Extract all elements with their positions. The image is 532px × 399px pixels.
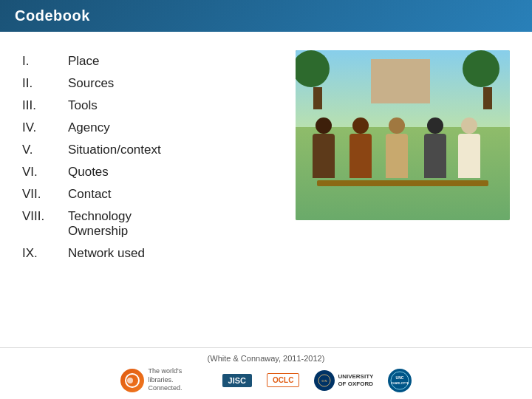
list-numeral-7: VII.: [22, 187, 59, 202]
person-2: [349, 134, 372, 178]
list-label-9: Network used: [68, 246, 145, 261]
codebook-list: I. Place II. Sources III. Tools IV. Agen…: [22, 47, 281, 268]
person-3: [386, 134, 408, 178]
list-label-8: TechnologyOwnership: [68, 209, 132, 239]
person-head: [352, 117, 369, 134]
oxford-seal: OX: [314, 370, 335, 391]
list-item: IV. Agency: [22, 120, 281, 135]
footer-logos: The world's libraries. Connected. JISC O…: [120, 367, 412, 393]
list-item: III. Tools: [22, 98, 281, 113]
person-4: [424, 134, 446, 178]
svg-text:OX: OX: [322, 379, 328, 383]
jisc-badge: JISC: [222, 374, 252, 387]
photo-section: [296, 50, 510, 220]
list-item: VII. Contact: [22, 187, 281, 202]
header: Codebook: [0, 0, 532, 32]
oclc-icon: [120, 369, 144, 392]
svg-point-5: [389, 369, 411, 392]
person-1: [313, 134, 335, 178]
list-item: IX. Network used: [22, 246, 281, 261]
person-head: [389, 117, 405, 134]
list-numeral-3: III.: [22, 98, 59, 113]
list-label-1: Place: [68, 54, 100, 69]
list-numeral-5: V.: [22, 143, 59, 157]
oclc-logo: The world's libraries. Connected.: [120, 367, 208, 393]
tree-trunk: [483, 87, 492, 109]
building: [371, 59, 430, 103]
list-numeral-4: IV.: [22, 120, 59, 135]
oclc-badge: OCLC: [267, 373, 299, 387]
tree-right: [477, 50, 499, 109]
footer: (White & Connaway, 2011-2012) The world'…: [0, 347, 532, 399]
page-title: Codebook: [15, 7, 90, 24]
list-item: V. Situation/context: [22, 143, 281, 157]
list-numeral-9: IX.: [22, 246, 59, 261]
svg-text:CHARLOTTE: CHARLOTTE: [391, 381, 409, 385]
list-numeral-1: I.: [22, 54, 59, 69]
tree-left: [307, 50, 330, 109]
unc-logo: UNC CHARLOTTE: [388, 369, 412, 392]
list-item: II. Sources: [22, 76, 281, 91]
person-head: [427, 117, 443, 134]
tree-trunk: [313, 87, 322, 109]
list-label-2: Sources: [68, 76, 114, 91]
person-body: [458, 134, 480, 178]
list-label-3: Tools: [68, 98, 98, 113]
list-label-5: Situation/context: [68, 143, 161, 157]
svg-text:UNC: UNC: [396, 375, 404, 380]
person-head: [461, 117, 477, 134]
list-numeral-8: VIII.: [22, 209, 59, 224]
main-content: I. Place II. Sources III. Tools IV. Agen…: [0, 32, 532, 347]
photo-scene: [296, 50, 510, 220]
svg-point-1: [127, 378, 133, 383]
person-head: [316, 117, 332, 134]
list-numeral-2: II.: [22, 76, 59, 91]
tree-top: [296, 50, 330, 87]
person-5: [458, 134, 480, 178]
oclc-tagline: The world's libraries. Connected.: [149, 367, 208, 393]
list-item: VI. Quotes: [22, 165, 281, 180]
tree-top: [463, 50, 499, 87]
person-body: [424, 134, 446, 178]
citation-text: (White & Connaway, 2011-2012): [208, 354, 325, 363]
list-label-4: Agency: [68, 120, 110, 135]
unc-seal: UNC CHARLOTTE: [388, 369, 412, 392]
list-item: I. Place: [22, 54, 281, 69]
list-numeral-6: VI.: [22, 165, 59, 180]
group-photo: [296, 50, 510, 220]
list-item: VIII. TechnologyOwnership: [22, 209, 281, 239]
person-body: [386, 134, 408, 178]
bench: [317, 180, 488, 186]
oxford-logo: OX UNIVERSITYOF OXFORD: [314, 370, 373, 391]
list-label-6: Quotes: [68, 165, 109, 180]
list-label-7: Contact: [68, 187, 112, 202]
person-body: [313, 134, 335, 178]
oxford-text: UNIVERSITYOF OXFORD: [338, 373, 373, 387]
person-body: [349, 134, 372, 178]
